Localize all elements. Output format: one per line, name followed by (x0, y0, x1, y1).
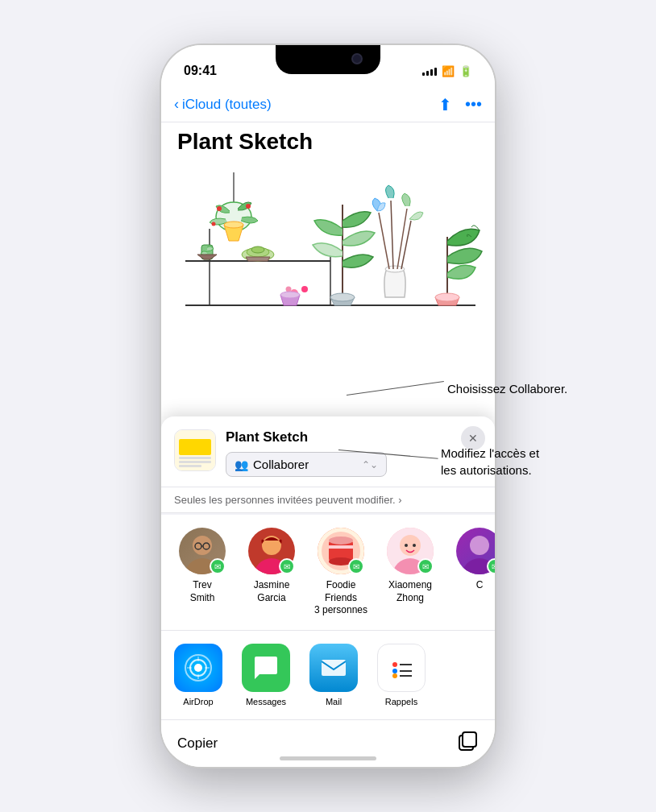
svg-point-57 (392, 673, 397, 678)
trev-name: TrevSmith (190, 579, 215, 604)
doc-title: Plant Sketch (177, 129, 479, 155)
signal-icon (422, 66, 437, 76)
airdrop-icon (174, 644, 222, 692)
svg-point-16 (330, 293, 355, 301)
svg-point-50 (194, 664, 202, 672)
contact-item-partial[interactable]: ✉ C (451, 528, 495, 617)
messages-label: Messages (246, 697, 286, 706)
xiaomeng-badge: ✉ (417, 558, 434, 574)
app-item-mail[interactable]: Mail (309, 644, 358, 706)
svg-rect-60 (463, 732, 476, 747)
apps-row: AirDrop Messages Mail (161, 631, 495, 719)
app-item-airdrop[interactable]: AirDrop (174, 644, 222, 706)
collaborate-dropdown[interactable]: 👥 Collaborer ⌃⌄ (226, 452, 387, 477)
nav-actions: ⬆ ••• (438, 95, 482, 114)
messages-icon (242, 644, 290, 692)
collaborate-people-icon: 👥 (235, 458, 248, 471)
copy-icon[interactable] (456, 730, 479, 757)
svg-point-7 (217, 206, 222, 211)
svg-point-55 (392, 669, 397, 673)
svg-point-44 (405, 544, 408, 547)
annotation-collaborate: Choisissez Collaborer. (447, 380, 567, 397)
mail-icon (309, 644, 358, 692)
svg-point-53 (392, 662, 397, 667)
mail-label: Mail (326, 697, 342, 706)
app-item-rappels[interactable]: Rappels (377, 644, 426, 706)
svg-point-27 (280, 292, 300, 298)
contacts-row: ✉ TrevSmith ✉ (161, 515, 495, 631)
foodie-badge: ✉ (348, 558, 364, 574)
svg-point-10 (224, 222, 243, 228)
contact-item-jasmine[interactable]: ✉ JasmineGarcia (243, 528, 300, 617)
status-time: 09:41 (184, 64, 217, 78)
doc-preview[interactable] (161, 164, 495, 342)
svg-point-46 (470, 536, 489, 555)
permissions-text: Seules les personnes invitées peuvent mo… (174, 494, 396, 506)
xiaomeng-name: XiaomengZhong (388, 579, 432, 604)
contact-item-trev[interactable]: ✉ TrevSmith (174, 528, 230, 617)
svg-point-26 (286, 287, 292, 292)
more-icon[interactable]: ••• (465, 95, 482, 114)
back-chevron-icon: ‹ (174, 96, 179, 113)
share-doc-name: Plant Sketch (226, 429, 482, 445)
partial-name: C (476, 579, 484, 592)
copy-button[interactable]: Copier (177, 735, 218, 752)
contact-item-foodie[interactable]: ✉ Foodie Friends3 personnes (313, 528, 369, 617)
close-icon: ✕ (468, 432, 478, 445)
back-button[interactable]: ‹ iCloud (toutes) (174, 96, 272, 113)
dropdown-chevron-icon: ⌃⌄ (362, 459, 378, 470)
status-icons: 📶 🔋 (422, 65, 472, 77)
share-icon[interactable]: ⬆ (438, 95, 452, 114)
svg-point-39 (329, 536, 353, 545)
svg-point-9 (212, 222, 216, 226)
svg-point-14 (251, 246, 264, 253)
svg-point-25 (301, 286, 308, 292)
collaborate-label: Collaborer (253, 458, 357, 471)
phone-frame: 09:41 📶 🔋 ‹ iCloud (toutes) ⬆ ••• Plant … (161, 45, 495, 767)
back-label: iCloud (toutes) (182, 97, 272, 113)
home-indicator (280, 756, 376, 760)
share-doc-icon (174, 429, 216, 471)
foodie-name: Foodie Friends3 personnes (313, 579, 369, 617)
svg-point-45 (413, 544, 416, 547)
wifi-icon: 📶 (442, 65, 455, 77)
annotation-collaborate-text: Choisissez Collaborer. (447, 382, 567, 396)
content-title-area: Plant Sketch (161, 122, 495, 164)
airdrop-label: AirDrop (183, 697, 213, 706)
contact-item-xiaomeng[interactable]: ✉ XiaomengZhong (382, 528, 438, 617)
permissions-chevron: › (398, 494, 401, 506)
trev-badge: ✉ (210, 558, 226, 574)
jasmine-name: JasmineGarcia (254, 579, 290, 604)
permissions-row[interactable]: Seules les personnes invitées peuvent mo… (161, 487, 495, 513)
nav-bar: ‹ iCloud (toutes) ⬆ ••• (161, 87, 495, 122)
app-item-messages[interactable]: Messages (242, 644, 290, 706)
annotation-access: Modifiez l'accès etles autorisations. (441, 445, 602, 478)
battery-icon: 🔋 (459, 65, 472, 77)
svg-rect-38 (329, 545, 353, 549)
svg-point-8 (246, 204, 251, 209)
rappels-icon (377, 644, 426, 692)
jasmine-badge: ✉ (279, 558, 295, 574)
status-bar: 09:41 📶 🔋 (161, 45, 495, 87)
annotation-access-text: Modifiez l'accès etles autorisations. (441, 446, 539, 477)
rappels-label: Rappels (385, 697, 417, 706)
svg-point-23 (435, 293, 459, 301)
svg-rect-51 (322, 660, 346, 676)
